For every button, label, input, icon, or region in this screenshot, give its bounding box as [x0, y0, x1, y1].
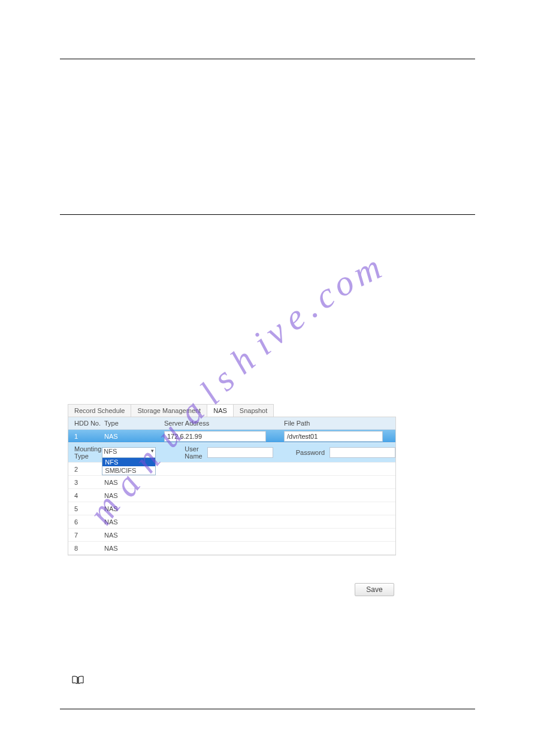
- chevron-down-icon: ▾: [151, 448, 154, 454]
- server-address-input[interactable]: [164, 431, 266, 442]
- divider-mid: [60, 214, 475, 215]
- mounting-type-value: NFS: [104, 448, 117, 455]
- cell-type: NAS: [104, 432, 164, 441]
- cell-type: NAS: [104, 505, 164, 512]
- cell-hdd-no: 2: [68, 466, 104, 473]
- cell-type: NAS: [104, 492, 164, 499]
- password-label: Password: [291, 449, 330, 456]
- cell-type: NAS: [104, 532, 164, 539]
- mounting-type-dropdown: NFS SMB/CIFS: [102, 457, 156, 475]
- table-row[interactable]: 7 NAS: [68, 529, 395, 542]
- book-icon: [72, 675, 84, 687]
- table-row[interactable]: 6 NAS: [68, 515, 395, 529]
- tab-bar: Record Schedule Storage Management NAS S…: [68, 404, 396, 417]
- divider-bottom: [60, 709, 475, 709]
- cell-hdd-no: 8: [68, 545, 104, 552]
- tab-nas[interactable]: NAS: [207, 404, 234, 417]
- cell-hdd-no: 4: [68, 492, 104, 499]
- password-input[interactable]: [330, 447, 395, 458]
- th-type: Type: [104, 420, 164, 427]
- cell-hdd-no: 5: [68, 505, 104, 512]
- th-hdd-no: HDD No.: [68, 420, 104, 427]
- th-server-address: Server Address: [164, 420, 284, 427]
- mount-option-nfs[interactable]: NFS: [102, 458, 155, 466]
- cell-hdd-no: 7: [68, 532, 104, 539]
- table-row-selected[interactable]: 1 NAS: [68, 430, 395, 443]
- tab-snapshot[interactable]: Snapshot: [233, 404, 274, 417]
- mounting-type-select[interactable]: NFS ▾: [102, 447, 156, 458]
- cell-hdd-no: 6: [68, 518, 104, 526]
- tab-record-schedule[interactable]: Record Schedule: [68, 404, 131, 417]
- cell-type: NAS: [104, 545, 164, 552]
- table-row[interactable]: 5 NAS: [68, 502, 395, 515]
- table-row[interactable]: 4 NAS: [68, 489, 395, 502]
- mounting-type-label: Mounting Type: [68, 445, 102, 460]
- nas-config-panel: Record Schedule Storage Management NAS S…: [68, 404, 396, 555]
- file-path-input[interactable]: [284, 431, 383, 442]
- cell-type: NAS: [104, 479, 164, 486]
- user-name-label: User Name: [180, 445, 207, 460]
- divider-top: [60, 59, 475, 59]
- cell-hdd-no: 3: [68, 479, 104, 486]
- cell-hdd-no: 1: [68, 432, 104, 441]
- table-header: HDD No. Type Server Address File Path: [68, 417, 395, 430]
- cell-type: NAS: [104, 518, 164, 526]
- table-row[interactable]: 3 NAS: [68, 476, 395, 489]
- tab-storage-management[interactable]: Storage Management: [131, 404, 207, 417]
- th-file-path: File Path: [284, 420, 395, 427]
- save-button[interactable]: Save: [355, 583, 394, 596]
- user-name-input[interactable]: [207, 447, 273, 458]
- table-row[interactable]: 8 NAS: [68, 542, 395, 555]
- mount-option-smbcifs[interactable]: SMB/CIFS: [102, 466, 155, 475]
- nas-table: HDD No. Type Server Address File Path 1 …: [68, 417, 396, 555]
- mount-config-row: Mounting Type NFS ▾ NFS SMB/CIFS User Na…: [68, 443, 395, 463]
